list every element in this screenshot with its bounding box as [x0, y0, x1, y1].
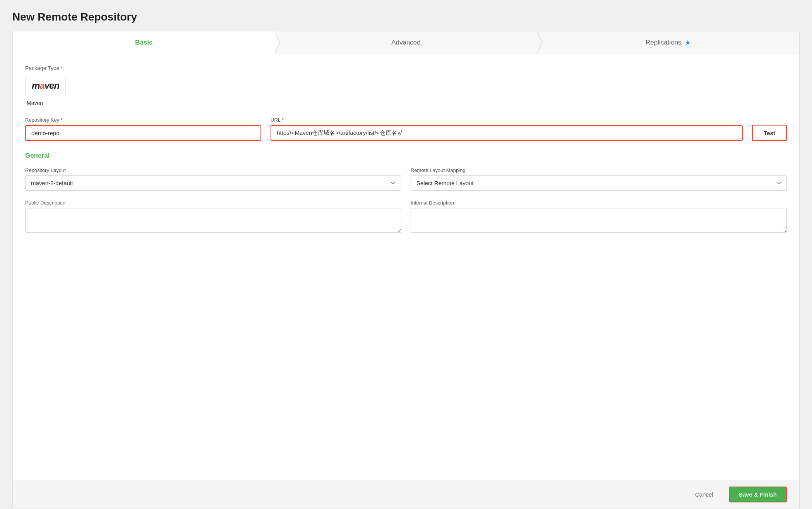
save-finish-button[interactable]: Save & Finish [729, 487, 787, 502]
public-desc-input[interactable] [25, 208, 401, 233]
general-section-header: General [25, 152, 787, 160]
maven-label: Maven [27, 100, 787, 106]
url-group: URL * [271, 117, 743, 141]
tab-basic-label: Basic [135, 39, 152, 46]
remote-layout-label: Remote Layout Mapping [411, 167, 787, 173]
layout-row: Repository Layout maven-2-default Remote… [25, 167, 787, 191]
section-divider [54, 156, 787, 156]
dialog-content: Package Type * maven Maven Repository Ke… [13, 54, 799, 480]
maven-logo: maven [32, 80, 59, 91]
tab-replications-label: Replications [646, 39, 682, 46]
repo-layout-label: Repository Layout [25, 167, 401, 173]
general-section-title: General [25, 152, 50, 160]
package-type-label: Package Type * [25, 65, 787, 71]
cancel-button[interactable]: Cancel [686, 487, 723, 502]
repo-key-url-row: Repository Key * URL * Test [25, 117, 787, 141]
tab-basic[interactable]: Basic [13, 31, 275, 54]
tab-bar: Basic Advanced Replications ★ [13, 31, 799, 54]
url-label: URL * [271, 117, 743, 123]
public-desc-group: Public Description [25, 200, 401, 233]
description-row: Public Description Internal Description [25, 200, 787, 233]
tab-advanced-label: Advanced [391, 39, 421, 46]
dialog: Basic Advanced Replications ★ Package Ty… [12, 31, 800, 509]
dialog-footer: Cancel Save & Finish [13, 480, 799, 509]
internal-desc-group: Internal Description [411, 200, 787, 233]
url-input[interactable] [271, 125, 743, 141]
repo-layout-group: Repository Layout maven-2-default [25, 167, 401, 191]
repo-key-group: Repository Key * [25, 117, 261, 141]
maven-logo-container[interactable]: maven [25, 76, 66, 95]
tab-replications[interactable]: Replications ★ [537, 31, 799, 54]
remote-layout-select[interactable]: Select Remote Layout [411, 175, 787, 191]
repo-key-label: Repository Key * [25, 117, 261, 123]
package-type-section: Package Type * maven Maven [25, 65, 787, 106]
public-desc-label: Public Description [25, 200, 401, 206]
repo-layout-select[interactable]: maven-2-default [25, 175, 401, 191]
test-button[interactable]: Test [752, 125, 787, 141]
repo-key-input[interactable] [25, 125, 261, 141]
star-icon: ★ [685, 38, 691, 47]
internal-desc-input[interactable] [411, 208, 787, 233]
page-title: New Remote Repository [12, 11, 800, 23]
internal-desc-label: Internal Description [411, 200, 787, 206]
remote-layout-group: Remote Layout Mapping Select Remote Layo… [411, 167, 787, 191]
tab-advanced[interactable]: Advanced [275, 31, 537, 54]
